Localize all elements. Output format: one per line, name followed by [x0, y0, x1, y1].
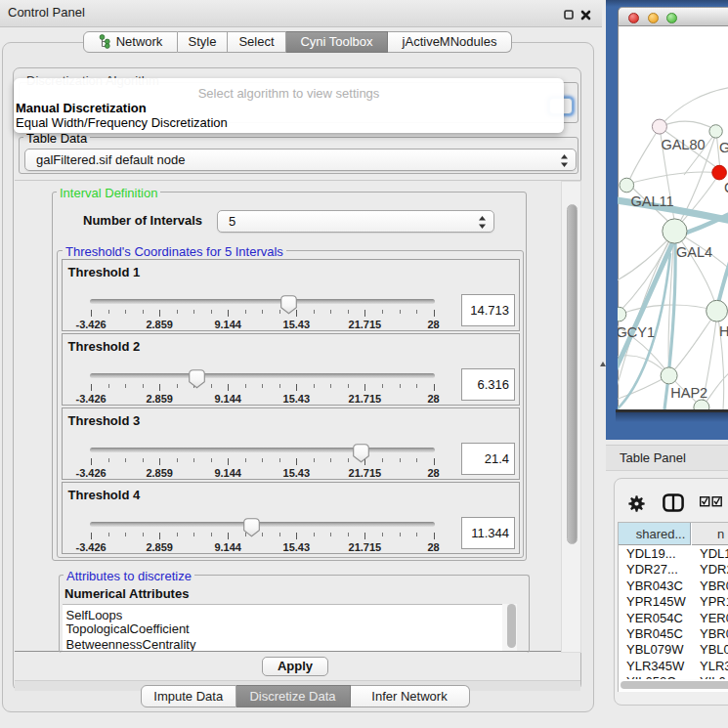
svg-text:GCY1: GCY1 [618, 324, 655, 340]
svg-text:C: C [724, 180, 728, 195]
svg-text:HI: HI [719, 323, 728, 339]
svg-text:GAL4: GAL4 [676, 244, 712, 260]
svg-text:GA: GA [719, 140, 728, 155]
svg-text:GAL80: GAL80 [661, 137, 705, 152]
svg-text:GAL11: GAL11 [630, 193, 673, 209]
svg-text:HAP2: HAP2 [670, 385, 707, 401]
